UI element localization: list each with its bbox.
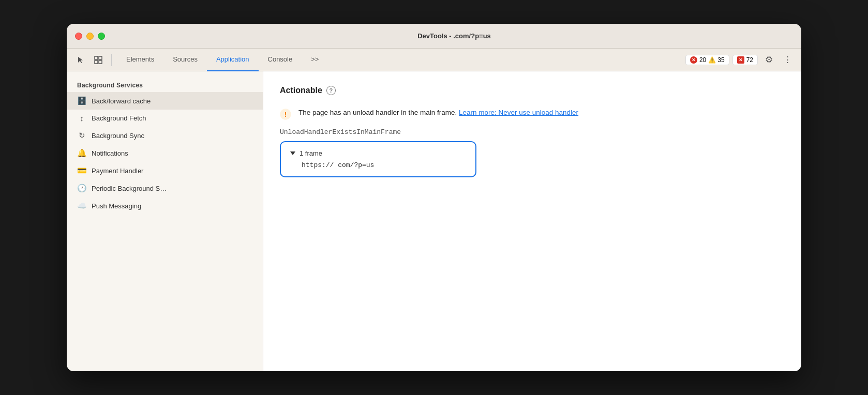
clock-icon: 🕐 bbox=[77, 184, 86, 193]
cursor-tool-button[interactable] bbox=[73, 52, 88, 68]
sidebar-item-label: Payment Handler bbox=[92, 167, 143, 175]
content-area: Actionable ? ! The page has an unload ha… bbox=[263, 71, 801, 371]
error-badge[interactable]: ✕ 20 ⚠️ 35 bbox=[685, 55, 729, 65]
frame-url: https:// com/?p=us bbox=[290, 161, 466, 169]
title-bar: DevTools - .com/?p=us bbox=[67, 24, 801, 49]
sidebar-item-payment-handler[interactable]: 💳 Payment Handler bbox=[67, 162, 263, 179]
sidebar-item-background-sync[interactable]: ↻ Background Sync bbox=[67, 127, 263, 144]
sidebar-section-title: Background Services bbox=[67, 78, 263, 92]
sidebar-item-label: Background Fetch bbox=[92, 114, 146, 122]
tab-more[interactable]: >> bbox=[302, 49, 328, 71]
tab-sources[interactable]: Sources bbox=[163, 49, 207, 71]
toolbar-right: ✕ 20 ⚠️ 35 ✕ 72 ⚙ ⋮ bbox=[685, 52, 795, 68]
sidebar-item-label: Notifications bbox=[92, 149, 128, 157]
minimize-button[interactable] bbox=[86, 33, 94, 40]
svg-rect-0 bbox=[95, 56, 98, 59]
sidebar-item-push-messaging[interactable]: ☁️ Push Messaging bbox=[67, 197, 263, 215]
maximize-button[interactable] bbox=[98, 33, 105, 40]
warning-text: The page has an unload handler in the ma… bbox=[298, 108, 578, 120]
help-icon[interactable]: ? bbox=[326, 86, 336, 95]
sidebar-item-label: Back/forward cache bbox=[92, 97, 151, 105]
warning-icon: ⚠️ bbox=[708, 56, 715, 64]
sidebar: Background Services 🗄️ Back/forward cach… bbox=[67, 71, 263, 371]
sidebar-item-label: Push Messaging bbox=[92, 202, 141, 210]
chevron-down-icon bbox=[290, 151, 295, 155]
card-icon: 💳 bbox=[77, 166, 86, 175]
settings-button[interactable]: ⚙ bbox=[761, 52, 776, 68]
inspect-button[interactable] bbox=[91, 52, 106, 68]
svg-rect-3 bbox=[99, 60, 102, 64]
exception-badge[interactable]: ✕ 72 bbox=[732, 55, 758, 65]
tab-elements[interactable]: Elements bbox=[117, 49, 163, 71]
devtools-window: DevTools - .com/?p=us Elements Sources bbox=[67, 24, 801, 371]
sidebar-item-label: Periodic Background S… bbox=[92, 185, 167, 192]
frame-box: 1 frame https:// com/?p=us bbox=[280, 141, 476, 177]
tab-application[interactable]: Application bbox=[207, 49, 259, 71]
frame-header[interactable]: 1 frame bbox=[290, 149, 466, 157]
sidebar-item-notifications[interactable]: 🔔 Notifications bbox=[67, 144, 263, 162]
toolbar-tabs: Elements Sources Application Console >> bbox=[117, 49, 683, 71]
main-content: Background Services 🗄️ Back/forward cach… bbox=[67, 71, 801, 371]
window-title: DevTools - .com/?p=us bbox=[115, 32, 793, 40]
learn-more-link[interactable]: Learn more: Never use unload handler bbox=[459, 109, 578, 116]
sidebar-item-backforward[interactable]: 🗄️ Back/forward cache bbox=[67, 92, 263, 110]
section-title: Actionable ? bbox=[280, 86, 785, 95]
warning-row: ! The page has an unload handler in the … bbox=[280, 108, 785, 120]
more-options-button[interactable]: ⋮ bbox=[780, 52, 795, 68]
toolbar-separator bbox=[111, 54, 112, 66]
arrows-updown-icon: ↕ bbox=[77, 114, 86, 123]
sync-icon: ↻ bbox=[77, 131, 86, 140]
svg-text:!: ! bbox=[285, 111, 287, 118]
sidebar-item-periodic-background[interactable]: 🕐 Periodic Background S… bbox=[67, 179, 263, 197]
bell-icon: 🔔 bbox=[77, 148, 86, 158]
sidebar-item-background-fetch[interactable]: ↕ Background Fetch bbox=[67, 110, 263, 127]
database-icon: 🗄️ bbox=[77, 96, 86, 105]
exception-icon: ✕ bbox=[737, 56, 744, 64]
tab-console[interactable]: Console bbox=[259, 49, 302, 71]
svg-rect-1 bbox=[99, 56, 102, 59]
toolbar: Elements Sources Application Console >> … bbox=[67, 49, 801, 71]
cloud-icon: ☁️ bbox=[77, 201, 86, 210]
unload-handler-label: UnloadHandlerExistsInMainFrame bbox=[280, 128, 785, 136]
sidebar-item-label: Background Sync bbox=[92, 132, 144, 140]
svg-rect-2 bbox=[95, 60, 98, 64]
close-button[interactable] bbox=[75, 33, 82, 40]
warning-triangle-icon: ! bbox=[280, 109, 291, 120]
traffic-lights bbox=[75, 33, 105, 40]
error-icon: ✕ bbox=[690, 56, 697, 64]
